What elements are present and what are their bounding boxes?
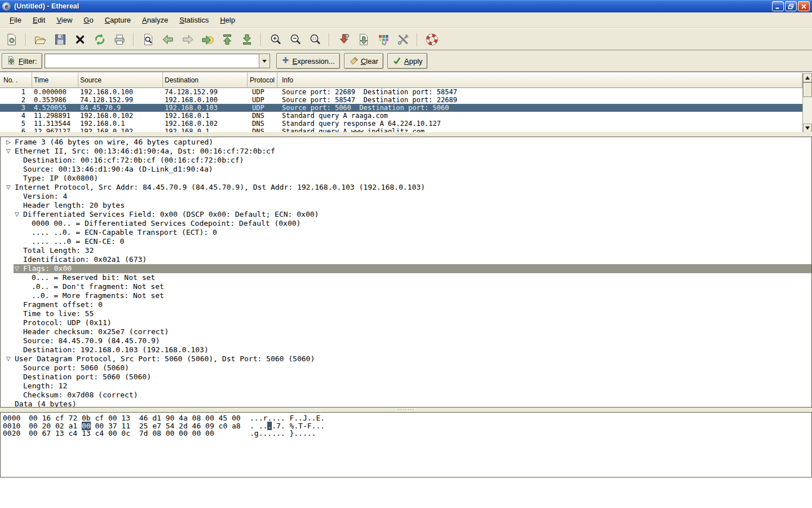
detail-line[interactable]: ▽Ethernet II, Src: 00:13:46:d1:90:4a, Ds… [5,147,811,156]
close-button[interactable] [798,1,810,11]
detail-line[interactable]: .... ...0 = ECN-CE: 0 [22,237,811,246]
packet-row[interactable]: 411.298891192.168.0.102192.168.0.1DNSSta… [0,112,802,120]
filter-button[interactable]: Filter: [2,53,42,69]
detail-line[interactable]: ▷Frame 3 (46 bytes on wire, 46 bytes cap… [5,138,811,147]
zoom-normal-icon[interactable]: 1:1 [307,32,323,47]
column-header-no[interactable]: No. . [0,72,32,88]
detail-line[interactable]: .0.. = Don't fragment: Not set [22,282,811,291]
menu-item-edit[interactable]: Edit [27,14,51,27]
apply-button[interactable]: Apply [387,53,428,69]
detail-line[interactable]: ..0. = More fragments: Not set [22,291,811,300]
detail-line[interactable]: Length: 12 [14,382,811,391]
hex-row[interactable]: 002000 67 13 c4 13 c4 00 0c 7d 08 00 00 … [3,430,811,437]
detail-line[interactable]: .... ..0. = ECN-Capable Transport (ECT):… [22,228,811,237]
detail-line[interactable]: Identification: 0x02a1 (673) [14,255,811,264]
expander-icon[interactable]: ▷ [5,138,15,147]
capture-options-icon[interactable] [4,32,19,47]
detail-line[interactable]: Destination port: 5060 (5060) [14,373,811,382]
hex-dump-pane[interactable]: 000000 16 cf 72 0b cf 00 13 46 d1 90 4a … [0,412,812,478]
detail-line[interactable]: Header checksum: 0x25e7 (correct) [14,327,811,336]
packet-row[interactable]: 10.000000192.168.0.10074.128.152.99UDPSo… [0,88,802,96]
packet-row[interactable]: 20.35398674.128.152.99192.168.0.100UDPSo… [0,96,802,104]
detail-line[interactable]: Type: IP (0x0800) [14,174,811,183]
packet-list-scrollbar[interactable] [802,73,812,133]
detail-line[interactable]: Time to live: 55 [14,309,811,318]
menu-item-file[interactable]: File [4,14,27,27]
menu-item-go[interactable]: Go [78,14,99,27]
capture-filter-icon[interactable] [336,32,351,47]
detail-line[interactable]: Header length: 20 bytes [14,201,811,210]
find-packet-icon[interactable] [140,32,156,47]
display-filter-icon[interactable] [356,32,371,47]
expander-icon[interactable]: ▽ [14,264,23,273]
menu-item-statistics[interactable]: Statistics [174,14,214,27]
detail-line[interactable]: ▽Internet Protocol, Src Addr: 84.45.70.9… [5,183,811,192]
packet-row[interactable]: 511.313544192.168.0.1192.168.0.102DNSSta… [0,120,802,128]
detail-line[interactable]: Total Length: 32 [14,246,811,255]
help-icon[interactable] [424,32,439,47]
filter-input[interactable] [45,54,259,68]
filter-dropdown-button[interactable] [259,54,270,68]
expander-spacer [14,192,23,201]
detail-line[interactable]: ▽Flags: 0x00 [14,264,811,273]
go-forward-icon[interactable] [180,32,195,47]
column-header-info[interactable]: Info [277,72,802,88]
detail-line[interactable]: Destination: 00:16:cf:72:0b:cf (00:16:cf… [14,156,811,165]
column-header-source[interactable]: Source [78,72,163,88]
detail-line[interactable]: Checksum: 0x7d08 (correct) [14,391,811,400]
column-header-protocol[interactable]: Protocol [248,72,277,88]
scrollbar-thumb[interactable] [803,82,812,97]
detail-line[interactable]: Destination: 192.168.0.103 (192.168.0.10… [14,345,811,354]
toolbar: 1:1 [0,28,812,51]
column-header-destination[interactable]: Destination [163,72,248,88]
expander-icon[interactable]: ▽ [5,147,15,156]
restore-button[interactable] [785,1,797,11]
menu-item-analyze[interactable]: Analyze [136,14,174,27]
coloring-rules-icon[interactable] [376,32,391,47]
cell-no: 2 [0,96,32,104]
cell-no: 1 [0,88,32,96]
expander-icon[interactable]: ▽ [5,183,15,192]
pane-resize-handle[interactable]: ······· [0,408,812,412]
open-file-icon[interactable] [33,32,48,47]
scroll-up-button[interactable] [803,73,812,82]
detail-line[interactable]: Fragment offset: 0 [14,300,811,309]
detail-line[interactable]: Version: 4 [14,192,811,201]
expression-button[interactable]: Expression... [276,53,340,69]
go-to-packet-icon[interactable] [200,32,215,47]
detail-line[interactable]: Source: 84.45.70.9 (84.45.70.9) [14,336,811,345]
clear-button[interactable]: Clear [344,53,383,69]
go-back-icon[interactable] [160,32,175,47]
close-capture-icon[interactable] [72,32,87,47]
scroll-down-button[interactable] [803,124,812,133]
detail-line[interactable]: 0000 00.. = Differentiated Services Code… [22,219,811,228]
menu-item-view[interactable]: View [51,14,78,27]
column-header-time[interactable]: Time [32,72,78,88]
expander-spacer [14,336,23,345]
minimize-button[interactable] [772,1,784,11]
detail-line[interactable]: Protocol: UDP (0x11) [14,318,811,327]
hex-row[interactable]: 001000 20 02 a1 00 00 37 11 25 e7 54 2d … [3,422,811,430]
save-file-icon[interactable] [52,32,68,47]
go-to-top-icon[interactable] [219,32,235,47]
expander-icon[interactable]: ▽ [5,354,15,364]
detail-line[interactable]: ▽User Datagram Protocol, Src Port: 5060 … [5,354,811,364]
zoom-in-icon[interactable] [268,32,283,47]
detail-line[interactable]: Source port: 5060 (5060) [14,364,811,373]
expander-icon[interactable]: ▽ [14,210,23,219]
detail-line[interactable]: ▽Differentiated Services Field: 0x00 (DS… [14,210,811,219]
packet-row[interactable]: 34.52005584.45.70.9192.168.0.103UDPSourc… [0,104,802,112]
menu-item-capture[interactable]: Capture [99,14,136,27]
preferences-icon[interactable] [395,32,411,47]
detail-line[interactable]: 0... = Reserved bit: Not set [22,273,811,282]
app-icon: e [2,2,11,11]
detail-line[interactable]: Source: 00:13:46:d1:90:4a (D-Link_d1:90:… [14,165,811,174]
print-icon[interactable] [112,32,127,47]
zoom-out-icon[interactable] [288,32,303,47]
pane-resize-handle[interactable]: ······· [0,132,812,137]
reload-icon[interactable] [92,32,107,47]
go-to-bottom-icon[interactable] [239,32,254,47]
menu-item-help[interactable]: Help [214,14,241,27]
hex-row[interactable]: 000000 16 cf 72 0b cf 00 13 46 d1 90 4a … [3,414,811,422]
filter-label: Filter: [19,57,37,65]
